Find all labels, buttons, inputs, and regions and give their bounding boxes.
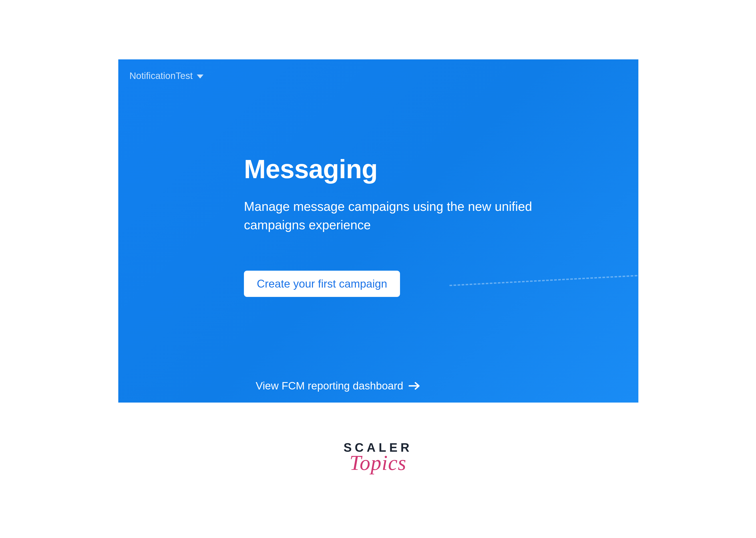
scaler-topics-logo: SCALER Topics (343, 440, 413, 475)
project-name-label: NotificationTest (129, 71, 193, 81)
page-subtitle: Manage message campaigns using the new u… (244, 197, 544, 234)
project-selector-dropdown[interactable]: NotificationTest (129, 71, 203, 81)
secondary-link-label: View FCM reporting dashboard (256, 380, 403, 392)
decorative-dashed-line (449, 274, 638, 286)
page-title: Messaging (244, 154, 378, 184)
caret-down-icon (197, 71, 203, 81)
view-fcm-dashboard-link[interactable]: View FCM reporting dashboard (256, 380, 420, 392)
create-campaign-button[interactable]: Create your first campaign (244, 271, 400, 297)
logo-topics-text: Topics (343, 451, 413, 475)
messaging-hero-panel: NotificationTest Messaging Manage messag… (118, 59, 638, 403)
arrow-right-icon (409, 381, 420, 390)
